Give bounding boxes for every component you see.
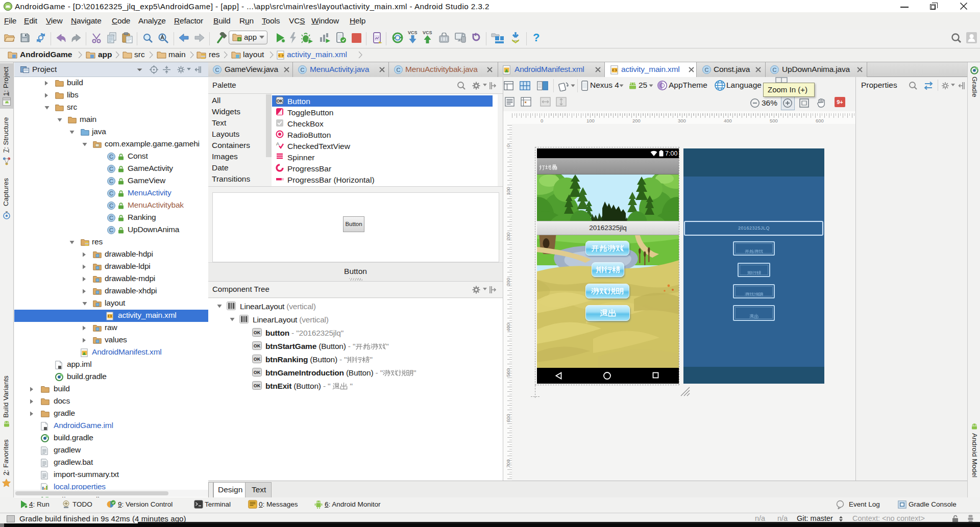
svg-text:OK: OK — [254, 357, 261, 362]
svg-text:OK: OK — [277, 98, 284, 104]
svg-text:C: C — [705, 67, 709, 73]
svg-text:C: C — [109, 190, 113, 196]
svg-text:OK: OK — [254, 330, 261, 335]
svg-text:C: C — [215, 67, 219, 73]
svg-text:A: A — [276, 141, 279, 146]
svg-text:C: C — [109, 215, 113, 221]
svg-text:C: C — [109, 178, 113, 184]
svg-text:C: C — [109, 154, 113, 160]
svg-text:OK: OK — [254, 383, 261, 388]
svg-text:C: C — [773, 67, 777, 73]
svg-text:C: C — [109, 227, 113, 233]
svg-text:OK: OK — [254, 370, 261, 375]
svg-text:C: C — [109, 203, 113, 209]
svg-text:OK: OK — [254, 343, 261, 348]
svg-text:C: C — [109, 166, 113, 172]
svg-text:C: C — [301, 67, 305, 73]
svg-text:C: C — [397, 67, 401, 73]
